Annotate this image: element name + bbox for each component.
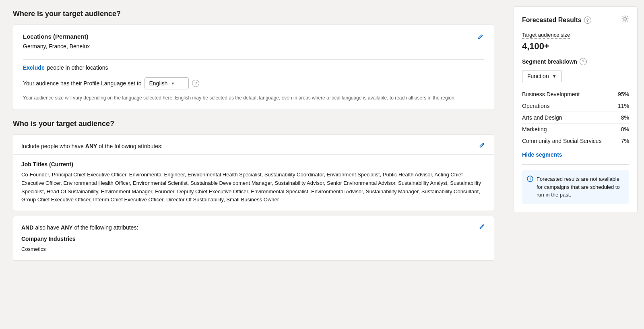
include-header: Include people who have ANY of the follo… — [13, 135, 494, 155]
language-selected-value: English — [149, 80, 167, 87]
segment-name-4: Community and Social Services — [522, 138, 602, 144]
and-body: Company Industries Cosmetics — [13, 236, 494, 260]
segment-pct-3: 8% — [621, 126, 629, 132]
forecast-divider — [522, 164, 629, 165]
function-dropdown-text: Function — [527, 73, 549, 79]
include-card: Include people who have ANY of the follo… — [13, 134, 494, 211]
segment-row-1: Operations 11% — [522, 100, 629, 112]
language-select-dropdown[interactable]: English ▼ — [144, 77, 189, 89]
segments-list: Business Development 95% Operations 11% … — [522, 89, 629, 147]
locations-label: Locations (Permanent) — [23, 33, 90, 40]
where-section-title: Where is your target audience? — [13, 10, 494, 18]
segment-pct-0: 95% — [618, 91, 629, 97]
warning-text: Forecasted results are not available for… — [537, 175, 624, 199]
company-industries-value: Cosmetics — [21, 245, 486, 254]
include-body: Job Titles (Current) Co-Founder, Princip… — [13, 155, 494, 211]
segment-breakdown-label: Segment breakdown — [522, 58, 577, 65]
segment-name-2: Arts and Design — [522, 114, 562, 121]
segment-row-0: Business Development 95% — [522, 89, 629, 100]
function-dropdown-arrow: ▼ — [552, 74, 557, 79]
sidebar: Forecasted Results ? Target audience siz… — [507, 0, 644, 329]
forecast-card: Forecasted Results ? Target audience siz… — [514, 6, 638, 212]
forecast-help-icon[interactable]: ? — [584, 17, 591, 24]
locations-card: Locations (Permanent) Germany, France, B… — [13, 25, 494, 110]
segment-name-3: Marketing — [522, 126, 547, 132]
exclude-text: people in other locations — [47, 64, 108, 71]
hide-segments-link[interactable]: Hide segments — [522, 151, 629, 158]
and-edit-button[interactable] — [478, 223, 486, 232]
segment-pct-1: 11% — [618, 103, 629, 109]
forecast-warning: Forecasted results are not available for… — [522, 170, 629, 204]
and-bold: AND — [21, 224, 33, 231]
job-titles-label: Job Titles (Current) — [21, 161, 486, 168]
segment-pct-4: 7% — [621, 138, 629, 144]
locations-edit-button[interactable] — [476, 33, 484, 43]
exclude-row: Exclude people in other locations — [23, 64, 484, 71]
warning-info-icon — [527, 176, 533, 184]
audience-size-label: Target audience size — [522, 32, 570, 39]
segment-name-1: Operations — [522, 103, 549, 109]
include-edit-button[interactable] — [478, 141, 486, 151]
segment-row-2: Arts and Design 8% — [522, 112, 629, 124]
segment-breakdown-header: Segment breakdown ? — [522, 58, 629, 65]
forecast-header: Forecasted Results ? — [522, 15, 629, 25]
language-note: Your audience size will vary depending o… — [23, 94, 484, 101]
function-dropdown[interactable]: Function ▼ — [522, 70, 562, 82]
exclude-link[interactable]: Exclude — [23, 64, 45, 71]
segment-pct-2: 8% — [621, 114, 629, 121]
include-header-text: Include people who have ANY of the follo… — [21, 143, 163, 149]
language-prefix: Your audience has their Profile Language… — [23, 80, 141, 87]
forecast-title: Forecasted Results ? — [522, 17, 591, 24]
forecast-gear-icon[interactable] — [621, 15, 629, 25]
segment-name-0: Business Development — [522, 91, 580, 97]
audience-size-value: 4,100+ — [522, 41, 629, 52]
job-titles-list: Co-Founder, Principal Chief Executive Of… — [21, 171, 486, 204]
and-header: AND also have ANY of the following attri… — [13, 216, 494, 236]
language-dropdown-arrow: ▼ — [171, 81, 175, 86]
who-section-title: Who is your target audience? — [13, 120, 494, 128]
forecast-title-text: Forecasted Results — [522, 17, 582, 24]
segment-help-icon[interactable]: ? — [580, 58, 587, 65]
svg-point-1 — [530, 177, 530, 178]
company-industries-label: Company Industries — [21, 236, 486, 242]
and-card: AND also have ANY of the following attri… — [13, 216, 494, 261]
include-any-bold: ANY — [85, 143, 97, 149]
locations-divider — [23, 59, 484, 60]
segment-row-4: Community and Social Services 7% — [522, 135, 629, 147]
segment-row-3: Marketing 8% — [522, 124, 629, 135]
language-info-icon[interactable]: ? — [192, 80, 199, 87]
and-header-text: AND also have ANY of the following attri… — [21, 224, 138, 231]
language-row: Your audience has their Profile Language… — [23, 77, 484, 89]
and-any-bold: ANY — [61, 224, 73, 231]
locations-value: Germany, France, Benelux — [23, 43, 90, 50]
